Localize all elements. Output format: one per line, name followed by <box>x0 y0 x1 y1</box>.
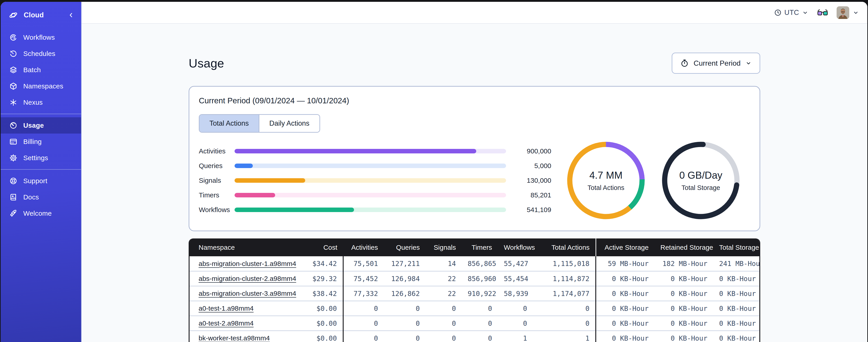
sidebar-item-batch[interactable]: Batch <box>1 62 81 78</box>
cell-total_actions: 1,114,872 <box>533 271 596 286</box>
cell-queries: 127,211 <box>384 256 426 271</box>
sidebar-group-1: WorkflowsSchedulesBatchNamespacesNexus <box>1 26 81 114</box>
cell-retained_storage: 0 KB-Hour <box>654 301 713 316</box>
bar-value: 900,000 <box>506 147 551 155</box>
sidebar-item-label: Settings <box>23 154 48 162</box>
cell-queries: 0 <box>384 316 426 331</box>
cell-active_storage: 0 KB-Hour <box>596 331 654 342</box>
cell-cost: $0.00 <box>303 301 343 316</box>
sidebar-item-label: Schedules <box>23 50 55 58</box>
bar-category-label: Queries <box>199 162 235 170</box>
cell-activities: 77,332 <box>343 286 384 301</box>
namespace-link[interactable]: a0-test-2.a98mm4 <box>198 319 253 327</box>
cell-signals: 22 <box>426 271 462 286</box>
table-row: abs-migration-cluster-1.a98mm4$34.4275,5… <box>190 256 760 271</box>
cell-namespace: a0-test-1.a98mm4 <box>190 301 303 316</box>
avatar[interactable] <box>837 6 849 19</box>
sidebar-item-label: Workflows <box>23 34 55 41</box>
column-header-namespace: Namespace <box>190 238 303 256</box>
cell-total_actions: 1,174,077 <box>533 286 596 301</box>
chevron-down-icon <box>745 60 752 67</box>
total-storage-donut-chart: 0 GB/Day Total Storage <box>660 139 742 221</box>
bar-row-activities: Activities900,000 <box>199 144 551 159</box>
sidebar-item-label: Nexus <box>23 99 43 106</box>
bar-category-label: Signals <box>199 177 235 184</box>
sidebar-item-label: Welcome <box>23 210 52 217</box>
total-actions-label: Total Actions <box>588 184 624 192</box>
sidebar-item-welcome[interactable]: Welcome <box>1 205 81 221</box>
bar-row-timers: Timers85,201 <box>199 188 551 203</box>
cell-workflows: 1 <box>498 331 533 342</box>
sidebar-collapse-button[interactable] <box>67 11 75 19</box>
cell-total_storage: 0 KB-Hour <box>713 316 760 331</box>
sidebar: Cloud WorkflowsSchedulesBatchNamespacesN… <box>1 2 82 342</box>
account-menu[interactable] <box>837 6 859 19</box>
sidebar-item-schedules[interactable]: Schedules <box>1 45 81 62</box>
nexus-icon <box>9 98 18 107</box>
cell-active_storage: 0 KB-Hour <box>596 301 654 316</box>
cell-total_actions: 1 <box>533 331 596 342</box>
tab-daily-actions[interactable]: Daily Actions <box>259 115 319 132</box>
sidebar-item-docs[interactable]: Docs <box>1 189 81 205</box>
column-header-timers: Timers <box>462 238 498 256</box>
namespace-link[interactable]: a0-test-1.a98mm4 <box>198 305 253 312</box>
bar-category-label: Workflows <box>199 206 235 214</box>
workflows-icon <box>9 33 18 42</box>
namespace-usage-table: NamespaceCostActivitiesQueriesSignalsTim… <box>189 238 760 342</box>
table-row: a0-test-1.a98mm4$0.000000000 KB-Hour0 KB… <box>190 301 760 316</box>
bar-row-queries: Queries5,000 <box>199 159 551 173</box>
total-storage-value: 0 GB/Day <box>679 170 722 181</box>
chevron-down-icon <box>852 9 859 16</box>
settings-icon <box>9 153 18 163</box>
timezone-label: UTC <box>784 8 799 17</box>
cell-timers: 910,922 <box>462 286 498 301</box>
sidebar-item-label: Billing <box>23 138 41 145</box>
cell-activities: 75,452 <box>343 271 384 286</box>
cell-timers: 856,960 <box>462 271 498 286</box>
total-actions-donut-chart: 4.7 MM Total Actions <box>565 139 647 221</box>
namespace-link[interactable]: abs-migration-cluster-1.a98mm4 <box>198 260 296 267</box>
cell-total_storage: 241 MB-Hour <box>713 256 760 271</box>
cell-retained_storage: 0 KB-Hour <box>654 331 713 342</box>
sidebar-item-nexus[interactable]: Nexus <box>1 94 81 110</box>
period-selector-label: Current Period <box>693 59 741 67</box>
cell-signals: 0 <box>426 301 462 316</box>
support-icon <box>9 176 18 185</box>
sidebar-item-settings[interactable]: Settings <box>1 150 81 166</box>
cell-workflows: 0 <box>498 316 533 331</box>
bar-value: 130,000 <box>506 177 551 184</box>
sidebar-item-namespaces[interactable]: Namespaces <box>1 78 81 94</box>
cell-signals: 22 <box>426 286 462 301</box>
bar-row-workflows: Workflows541,109 <box>199 203 551 217</box>
namespace-link[interactable]: bk-worker-test.a98mm4 <box>198 334 270 342</box>
sidebar-title: Cloud <box>24 11 67 19</box>
actions-tabs: Total Actions Daily Actions <box>199 114 320 133</box>
feedback-glasses-icon[interactable] <box>817 8 828 17</box>
table-row: bk-worker-test.a98mm4$0.000000110 KB-Hou… <box>190 331 760 342</box>
cell-total_actions: 1,115,018 <box>533 256 596 271</box>
cell-signals: 14 <box>426 256 462 271</box>
cell-retained_storage: 182 MB-Hour <box>654 256 713 271</box>
sidebar-item-label: Namespaces <box>23 82 63 90</box>
column-header-queries: Queries <box>384 238 426 256</box>
tab-total-actions[interactable]: Total Actions <box>199 115 259 132</box>
table-header-row: NamespaceCostActivitiesQueriesSignalsTim… <box>190 238 760 256</box>
bar-category-label: Timers <box>199 191 235 199</box>
cell-active_storage: 59 MB-Hour <box>596 256 654 271</box>
namespace-link[interactable]: abs-migration-cluster-2.a98mm4 <box>198 275 296 282</box>
period-selector-button[interactable]: Current Period <box>672 53 760 74</box>
timezone-selector[interactable]: UTC <box>774 8 809 17</box>
temporal-cloud-logo-icon <box>8 10 19 20</box>
bar-track <box>235 149 506 153</box>
namespace-link[interactable]: abs-migration-cluster-3.a98mm4 <box>198 290 296 297</box>
cell-namespace: abs-migration-cluster-3.a98mm4 <box>190 286 303 301</box>
billing-icon <box>9 137 18 146</box>
sidebar-item-workflows[interactable]: Workflows <box>1 29 81 45</box>
bar-category-label: Activities <box>199 147 235 155</box>
bar-fill <box>235 178 305 183</box>
column-header-workflows: Workflows <box>498 238 533 256</box>
sidebar-item-usage[interactable]: Usage <box>1 117 81 134</box>
sidebar-item-billing[interactable]: Billing <box>1 134 81 150</box>
sidebar-item-label: Batch <box>23 66 41 74</box>
sidebar-item-support[interactable]: Support <box>1 173 81 189</box>
